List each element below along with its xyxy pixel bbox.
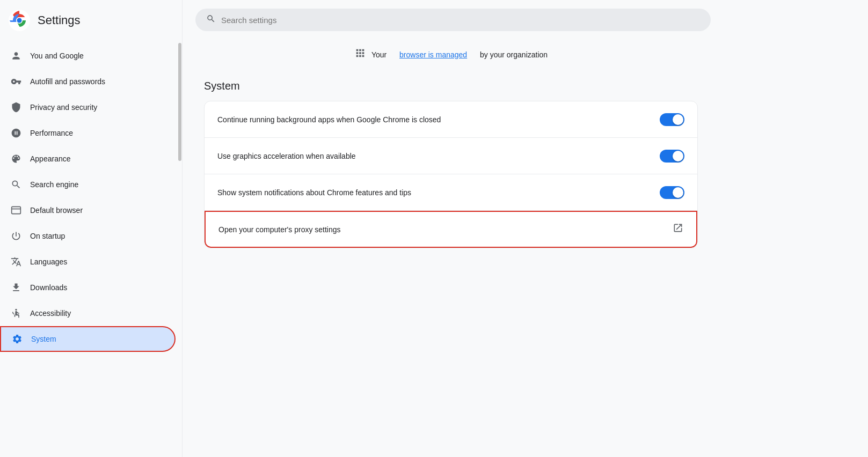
sidebar: Settings You and Google Autofill and pas… [0, 0, 183, 457]
sidebar-item-search-engine[interactable]: Search engine [0, 172, 176, 197]
setting-label-gpu: Use graphics acceleration when available [217, 152, 356, 160]
sidebar-item-label: Performance [30, 129, 73, 137]
download-icon [11, 282, 21, 293]
sidebar-scrollbar[interactable] [178, 41, 182, 457]
search-icon [11, 179, 21, 190]
accessibility-icon [11, 308, 21, 319]
settings-row-notifications: Show system notifications about Chrome f… [205, 174, 697, 211]
sidebar-item-label: Search engine [30, 180, 78, 189]
power-icon [11, 231, 21, 241]
search-icon [206, 14, 216, 26]
settings-icon [12, 334, 23, 344]
shield-icon [11, 102, 21, 113]
page-title: Settings [38, 13, 81, 27]
sidebar-item-appearance[interactable]: Appearance [0, 146, 176, 172]
sidebar-item-label: Accessibility [30, 309, 71, 318]
sidebar-item-label: System [31, 335, 56, 343]
section-title: System [204, 80, 698, 92]
sidebar-item-autofill[interactable]: Autofill and passwords [0, 69, 176, 94]
sidebar-item-label: On startup [30, 232, 65, 240]
sidebar-nav: You and Google Autofill and passwords Pr… [0, 41, 182, 457]
sidebar-item-on-startup[interactable]: On startup [0, 223, 176, 249]
sidebar-item-label: Downloads [30, 283, 67, 292]
chrome-logo-icon [9, 10, 30, 31]
svg-rect-3 [12, 207, 21, 213]
gauge-icon [11, 128, 21, 138]
sidebar-item-label: Privacy and security [30, 103, 97, 112]
scrollbar-thumb [178, 43, 181, 161]
toggle-gpu[interactable] [660, 150, 684, 163]
external-link-icon[interactable] [673, 223, 683, 236]
sidebar-header: Settings [0, 0, 182, 41]
sidebar-item-privacy[interactable]: Privacy and security [0, 94, 176, 120]
toggle-notifications[interactable] [660, 186, 684, 199]
settings-row-gpu: Use graphics acceleration when available [205, 138, 697, 174]
managed-icon [354, 47, 366, 62]
sidebar-item-label: You and Google [30, 51, 84, 60]
palette-icon [11, 153, 21, 164]
sidebar-item-performance[interactable]: Performance [0, 120, 176, 146]
sidebar-item-system[interactable]: System [0, 326, 176, 352]
sidebar-item-accessibility[interactable]: Accessibility [0, 300, 176, 326]
settings-row-proxy[interactable]: Open your computer's proxy settings [205, 211, 697, 248]
managed-banner: Your browser is managed by your organiza… [204, 42, 698, 67]
content-area: Your browser is managed by your organiza… [183, 38, 719, 270]
svg-point-5 [15, 309, 17, 311]
person-icon [11, 50, 21, 61]
sidebar-item-label: Default browser [30, 206, 83, 215]
search-bar [195, 9, 711, 31]
sidebar-item-languages[interactable]: Languages [0, 249, 176, 275]
sidebar-item-label: Languages [30, 257, 67, 266]
managed-link[interactable]: browser is managed [399, 50, 467, 59]
setting-label-proxy: Open your computer's proxy settings [218, 225, 341, 234]
sidebar-item-label: Autofill and passwords [30, 77, 105, 86]
main-content: Your browser is managed by your organiza… [183, 0, 868, 457]
sidebar-item-you-and-google[interactable]: You and Google [0, 43, 176, 69]
toggle-background-apps[interactable] [660, 113, 684, 126]
setting-label-notifications: Show system notifications about Chrome f… [217, 188, 411, 197]
managed-text-after: by your organization [480, 50, 548, 59]
translate-icon [11, 256, 21, 267]
browser-icon [11, 205, 21, 216]
sidebar-item-default-browser[interactable]: Default browser [0, 197, 176, 223]
search-bar-container [183, 0, 868, 38]
sidebar-item-downloads[interactable]: Downloads [0, 275, 176, 300]
managed-text-before: Your [371, 50, 386, 59]
svg-point-2 [17, 18, 22, 23]
setting-label-background-apps: Continue running background apps when Go… [217, 115, 441, 124]
sidebar-scroll-area: You and Google Autofill and passwords Pr… [0, 41, 182, 457]
settings-card: Continue running background apps when Go… [204, 101, 698, 248]
sidebar-item-label: Appearance [30, 154, 71, 163]
key-icon [11, 76, 21, 87]
settings-row-background-apps: Continue running background apps when Go… [205, 101, 697, 138]
search-input[interactable] [221, 16, 700, 25]
